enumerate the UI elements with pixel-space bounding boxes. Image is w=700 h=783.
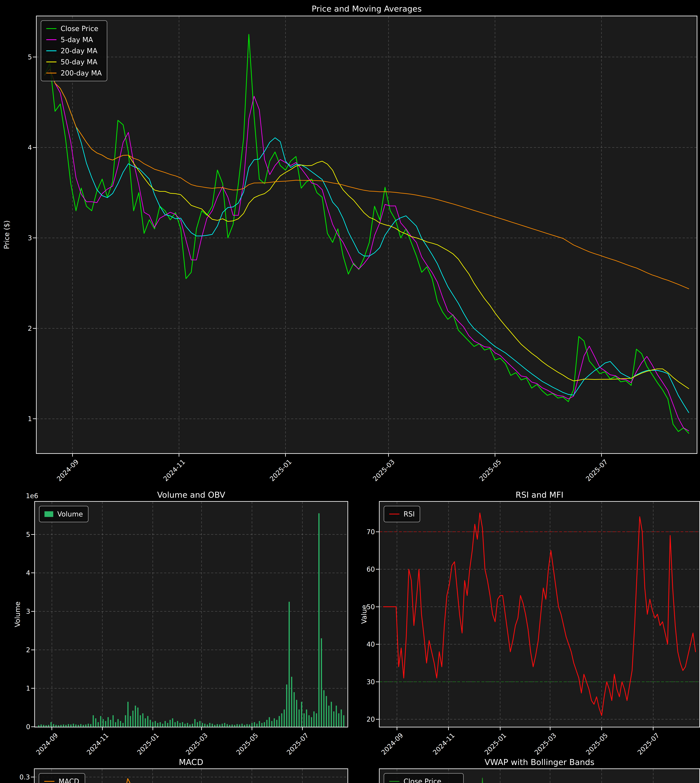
rsi-mfi-chart: RSI and MFI Value RSI 2030405060702024-0…: [379, 501, 700, 727]
legend-label: MACD: [58, 777, 79, 783]
y-tick-label: 60: [367, 565, 375, 573]
legend-swatch: [46, 28, 57, 29]
y-tick-label: 2: [28, 325, 32, 332]
x-tick-label: 2025-01: [268, 458, 293, 483]
y-tick-label: 40: [367, 640, 375, 648]
y-tick-mark: [31, 688, 34, 688]
legend-swatch: [46, 39, 57, 40]
volume-offset-label: 1e6: [26, 492, 38, 500]
x-tick-label: 2025-05: [235, 731, 260, 756]
x-tick-mark: [653, 727, 653, 730]
x-tick-mark: [601, 727, 602, 730]
y-tick-label: 3: [26, 608, 30, 615]
volume-chart-ylabel: Volume: [13, 601, 22, 627]
x-tick-mark: [179, 454, 179, 456]
x-tick-mark: [153, 727, 153, 730]
x-tick-label: 2025-03: [184, 731, 209, 756]
y-tick-mark: [31, 611, 34, 612]
y-tick-label: 0: [26, 723, 30, 731]
vwap-chart-legend: Close PriceVWAPVWAP BB UpperVWAP BB Lowe…: [384, 773, 464, 783]
legend-swatch: [389, 514, 400, 515]
y-tick-mark: [376, 719, 379, 720]
x-tick-mark: [72, 454, 73, 456]
y-tick-mark: [31, 726, 34, 727]
x-tick-mark: [252, 727, 252, 730]
y-tick-label: 20: [367, 715, 375, 723]
x-tick-mark: [302, 727, 303, 730]
x-tick-mark: [601, 454, 602, 456]
y-tick-mark: [33, 238, 36, 238]
x-tick-mark: [550, 727, 550, 730]
volume-chart-canvas: [35, 502, 347, 727]
y-tick-label: 5: [26, 531, 30, 538]
x-tick-label: 2025-07: [285, 731, 310, 756]
y-tick-label: 5: [28, 53, 32, 61]
rsi-chart-canvas: [380, 502, 699, 727]
x-tick-mark: [388, 454, 389, 456]
y-tick-mark: [33, 57, 36, 57]
legend-item: 50-day MA: [46, 58, 102, 66]
price-chart-canvas: [37, 16, 697, 453]
x-tick-label: 2025-01: [135, 731, 160, 756]
volume-chart-title: Volume and OBV: [35, 490, 347, 500]
macd-chart-legend: MACDSignal: [39, 773, 85, 783]
y-tick-mark: [376, 644, 379, 645]
vwap-chart-title: VWAP with Bollinger Bands: [380, 758, 699, 767]
legend-item: Close Price: [389, 777, 458, 783]
legend-swatch: [46, 73, 57, 73]
y-tick-mark: [31, 777, 34, 777]
vwap-bollinger-chart: VWAP with Bollinger Bands Price ($) Clos…: [379, 768, 700, 783]
x-tick-mark: [397, 727, 397, 730]
y-tick-label: 2: [26, 646, 30, 654]
x-tick-label: 2024-09: [380, 731, 405, 756]
volume-chart-legend: Volume: [39, 506, 88, 522]
price-chart-title: Price and Moving Averages: [37, 4, 697, 13]
y-tick-label: 70: [367, 528, 375, 536]
x-tick-mark: [102, 727, 103, 730]
x-tick-label: 2024-09: [35, 731, 60, 756]
macd-chart-title: MACD: [35, 758, 347, 767]
y-tick-label: 50: [367, 603, 375, 611]
x-tick-label: 2024-11: [162, 458, 187, 483]
legend-item: 200-day MA: [46, 69, 102, 77]
rsi-chart-legend: RSI: [384, 506, 420, 522]
x-tick-label: 2025-03: [533, 731, 558, 756]
x-tick-label: 2025-07: [584, 458, 609, 483]
y-tick-mark: [376, 681, 379, 682]
x-tick-label: 2025-07: [636, 731, 661, 756]
y-tick-label: 1: [28, 415, 32, 423]
legend-swatch: [46, 50, 57, 51]
legend-label: 5-day MA: [61, 36, 93, 44]
y-tick-label: 3: [28, 234, 32, 242]
y-tick-mark: [376, 606, 379, 607]
y-tick-mark: [33, 418, 36, 419]
legend-item: Close Price: [46, 25, 102, 33]
x-tick-label: 2025-05: [478, 458, 503, 483]
legend-label: 200-day MA: [61, 69, 102, 77]
x-tick-label: 2025-05: [585, 731, 609, 756]
y-tick-mark: [33, 147, 36, 148]
x-tick-mark: [201, 727, 202, 730]
x-tick-mark: [500, 727, 500, 730]
x-tick-label: 2024-11: [431, 731, 456, 756]
legend-label: Close Price: [403, 777, 441, 783]
price-moving-averages-chart: Price and Moving Averages Price ($) Clos…: [36, 16, 697, 454]
x-tick-label: 2025-01: [483, 731, 508, 756]
y-tick-label: 0.3: [19, 773, 30, 781]
x-tick-label: 2025-03: [371, 458, 396, 483]
legend-label: Close Price: [61, 25, 98, 33]
technical-analysis-dashboard: Price and Moving Averages Price ($) Clos…: [0, 0, 700, 783]
x-tick-mark: [448, 727, 449, 730]
legend-item: 5-day MA: [46, 36, 102, 44]
x-tick-label: 2024-09: [55, 458, 80, 483]
y-tick-label: 30: [367, 678, 375, 686]
legend-label: 20-day MA: [61, 47, 97, 55]
legend-item: MACD: [44, 777, 80, 783]
legend-item: 20-day MA: [46, 47, 102, 55]
legend-swatch: [44, 781, 55, 782]
y-tick-mark: [33, 328, 36, 329]
y-tick-mark: [376, 569, 379, 570]
legend-label: 50-day MA: [61, 58, 97, 66]
legend-label: RSI: [403, 510, 415, 518]
x-tick-mark: [52, 727, 52, 730]
